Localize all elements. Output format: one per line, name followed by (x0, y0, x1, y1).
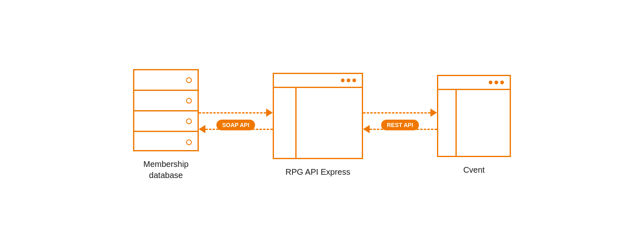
soap-arrow-top (199, 109, 273, 117)
cvent-dot-2 (494, 81, 498, 84)
arrowhead-left-bottom (199, 125, 205, 133)
db-row-1 (134, 70, 198, 91)
cvent-browser-main (457, 90, 510, 156)
db-label: Membership database (143, 159, 189, 181)
arrowhead-right-rest-top (430, 109, 437, 117)
cvent-browser-sidebar (438, 90, 457, 156)
db-circle-3 (186, 118, 192, 124)
cvent-browser-titlebar (438, 76, 510, 90)
cvent-label: Cvent (463, 164, 485, 176)
db-row-2 (134, 91, 198, 111)
db-row-3 (134, 111, 198, 132)
rpg-browser-titlebar (274, 74, 362, 88)
cvent-block: Cvent (437, 75, 511, 176)
cvent-dot-1 (489, 81, 492, 84)
database-block: Membership database (133, 69, 199, 181)
rpg-label: RPG API Express (285, 167, 350, 178)
arrowhead-right-top (266, 109, 273, 117)
rest-api-arrows: REST API (363, 109, 437, 141)
rpg-dot-2 (347, 79, 350, 82)
arrowhead-left-rest-bottom (363, 125, 370, 133)
rpg-dot-3 (352, 79, 356, 82)
rest-api-badge: REST API (381, 120, 419, 130)
database-icon (133, 69, 199, 151)
db-circle-4 (186, 139, 192, 145)
db-circle-2 (186, 98, 192, 104)
db-circle-1 (186, 77, 192, 83)
rest-arrow-top (363, 109, 437, 117)
rpg-api-express-block: RPG API Express (273, 73, 363, 178)
soap-api-badge: SOAP API (216, 120, 255, 130)
rpg-browser-icon (273, 73, 363, 159)
rpg-browser-content (274, 88, 362, 158)
dashed-line-top-left (199, 112, 266, 113)
soap-api-connection: SOAP API (199, 84, 273, 166)
cvent-browser-icon (437, 75, 511, 157)
rpg-browser-sidebar (274, 88, 297, 158)
soap-api-arrows: SOAP API (199, 109, 273, 141)
rpg-dot-1 (341, 79, 345, 82)
diagram-container: Membership database SOAP API (96, 69, 548, 181)
rpg-browser-main (297, 88, 362, 158)
rest-api-connection: REST API (363, 84, 437, 166)
cvent-dot-3 (500, 81, 504, 84)
db-row-4 (134, 132, 198, 153)
cvent-browser-content (438, 90, 510, 156)
dashed-line-rest-top-left (363, 112, 430, 113)
